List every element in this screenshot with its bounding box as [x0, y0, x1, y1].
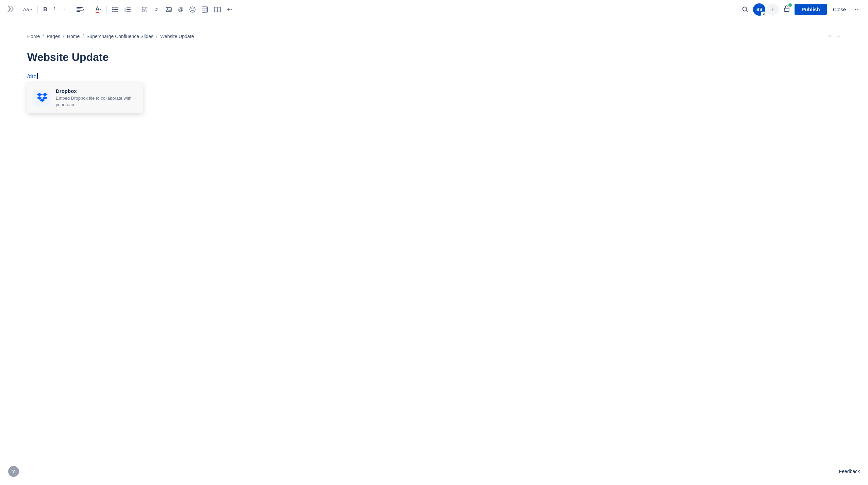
emoji-icon	[189, 6, 196, 13]
search-button[interactable]	[739, 4, 751, 15]
collaborator-avatars: BS B +	[753, 3, 779, 16]
layout-button[interactable]	[211, 5, 223, 14]
dropbox-title: Dropbox	[56, 88, 136, 94]
divider-5	[136, 6, 136, 13]
insert-plus-icon: +	[227, 6, 230, 13]
avatar-initials: BS	[756, 7, 762, 12]
footer: ? Feedback	[8, 466, 860, 477]
command-dropdown: Dropbox Embed Dropbox file to collaborat…	[27, 83, 143, 113]
font-label: Aa	[23, 7, 29, 12]
svg-rect-3	[77, 11, 80, 12]
slash-command-text: /dro	[27, 73, 37, 79]
insert-chevron-icon: ▾	[230, 7, 232, 11]
text-color-button[interactable]: A ▾	[93, 4, 104, 15]
svg-point-4	[112, 7, 114, 9]
publish-button[interactable]: Publish	[795, 4, 827, 15]
toolbar-right: BS B + Publish Close ···	[739, 3, 863, 16]
app-logo[interactable]	[5, 3, 16, 16]
svg-rect-28	[218, 7, 220, 12]
help-button[interactable]: ?	[8, 466, 19, 477]
link-button[interactable]	[151, 5, 162, 14]
italic-button[interactable]: I	[51, 4, 57, 15]
svg-point-19	[190, 7, 195, 12]
color-chevron-icon: ▾	[99, 7, 101, 11]
svg-point-21	[193, 9, 194, 9]
svg-rect-22	[202, 7, 207, 12]
svg-point-20	[191, 9, 192, 9]
search-icon	[742, 6, 748, 13]
text-cursor	[37, 73, 38, 79]
editor-content[interactable]: /dro Dropbox Embed Dropbox file to co	[27, 73, 841, 80]
emoji-button[interactable]	[187, 4, 198, 15]
svg-rect-15	[127, 11, 131, 12]
bold-button[interactable]: B	[40, 4, 50, 15]
svg-rect-0	[77, 7, 83, 8]
breadcrumb-home2[interactable]: Home	[67, 34, 80, 39]
svg-rect-5	[114, 7, 118, 8]
breadcrumb-current[interactable]: Website Update	[160, 34, 194, 39]
breadcrumb-sep-3: /	[82, 34, 84, 39]
main-content: Home / Pages / Home / Supercharge Conflu…	[0, 33, 868, 80]
breadcrumb-pages[interactable]: Pages	[47, 34, 60, 39]
italic-label: I	[53, 6, 55, 13]
color-group: A ▾	[93, 4, 104, 15]
more-format-button[interactable]: ···	[58, 4, 68, 14]
font-chevron-icon: ▾	[30, 7, 32, 11]
task-icon	[142, 7, 147, 12]
svg-rect-16	[142, 7, 147, 12]
toolbar: Aa ▾ B I ··· ▾ A	[0, 0, 868, 19]
bold-label: B	[43, 6, 47, 13]
svg-rect-31	[784, 8, 789, 12]
insert-group: @ + ▾	[139, 4, 235, 15]
numbered-list-icon: 1. 2. 3.	[124, 7, 131, 12]
divider-3	[90, 6, 90, 13]
avatar-badge: B	[761, 12, 766, 16]
font-group: Aa ▾	[20, 5, 35, 14]
add-collaborator-icon: +	[771, 5, 775, 13]
image-icon	[166, 7, 172, 12]
dropbox-logo-icon	[37, 93, 48, 103]
feedback-label: Feedback	[839, 469, 860, 474]
svg-rect-27	[214, 7, 217, 12]
bullet-list-button[interactable]	[110, 5, 121, 14]
add-collaborator-button[interactable]: +	[767, 3, 779, 16]
dropbox-icon-wrap	[34, 90, 50, 106]
lock-button[interactable]	[781, 3, 792, 16]
svg-rect-7	[114, 9, 118, 10]
image-button[interactable]	[163, 5, 174, 14]
numbered-list-button[interactable]: 1. 2. 3.	[122, 5, 133, 14]
breadcrumb-navigation[interactable]: ← →	[827, 33, 841, 40]
close-button[interactable]: Close	[829, 4, 850, 15]
breadcrumb-sep-4: /	[156, 34, 157, 39]
mention-button[interactable]: @	[175, 4, 186, 15]
align-button[interactable]: ▾	[74, 5, 87, 14]
align-icon	[77, 7, 83, 12]
table-icon	[202, 6, 208, 13]
help-icon: ?	[12, 469, 15, 474]
breadcrumb-home[interactable]: Home	[27, 34, 40, 39]
breadcrumb-supercharge[interactable]: Supercharge Confluence Slides	[86, 34, 153, 39]
link-icon	[153, 7, 160, 12]
bullet-list-icon	[112, 7, 118, 12]
dropbox-option[interactable]: Dropbox Embed Dropbox file to collaborat…	[27, 83, 143, 113]
task-button[interactable]	[139, 5, 150, 14]
page-title: Website Update	[27, 51, 841, 64]
svg-line-30	[746, 11, 748, 12]
svg-point-8	[112, 11, 114, 12]
publish-label: Publish	[801, 6, 820, 12]
svg-text:3.: 3.	[124, 11, 126, 12]
font-button[interactable]: Aa ▾	[20, 5, 35, 14]
svg-rect-17	[166, 7, 171, 12]
svg-rect-13	[127, 9, 131, 10]
close-label: Close	[833, 6, 846, 12]
table-button[interactable]	[199, 4, 211, 15]
layout-icon	[214, 7, 221, 12]
more-options-button[interactable]: ···	[852, 4, 863, 15]
svg-point-18	[167, 8, 168, 9]
insert-button[interactable]: + ▾	[224, 4, 234, 15]
svg-point-6	[112, 9, 114, 10]
feedback-button[interactable]: Feedback	[839, 469, 860, 474]
more-options-icon: ···	[855, 6, 860, 13]
svg-rect-11	[127, 7, 131, 8]
user-avatar[interactable]: BS B	[753, 3, 765, 16]
